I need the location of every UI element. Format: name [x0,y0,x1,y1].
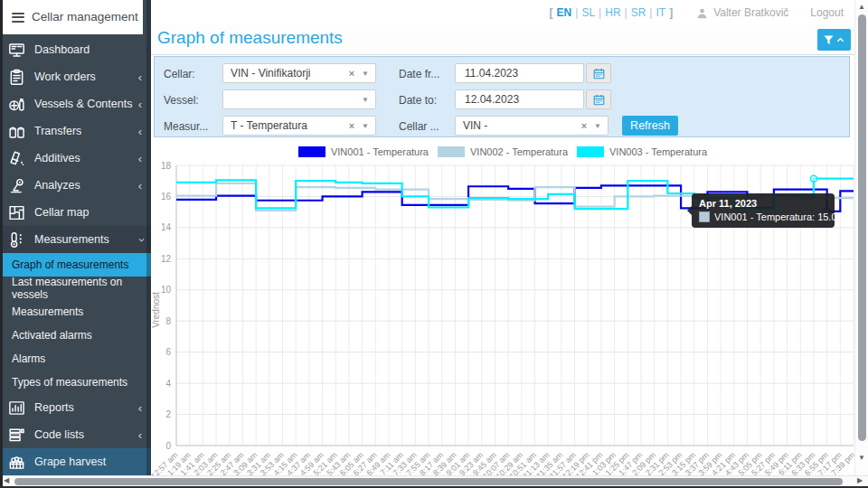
date-from-label: Date fr... [399,68,439,80]
sidebar-subitem-activated-alarms[interactable]: Activated alarms [0,324,151,347]
legend-item-vin003-temperatura[interactable]: VIN003 - Temperatura [577,146,707,157]
sidebar-item-label: Transfers [34,125,81,137]
legend-label: VIN002 - Temperatura [470,146,568,157]
date-from-calendar-button[interactable] [586,63,611,83]
legend-item-vin001-temperatura[interactable]: VIN001 - Temperatura [298,146,429,157]
scroll-right-icon[interactable]: ▶ [857,476,863,484]
sidebar-item-analyzes[interactable]: Analyzes‹ [0,172,151,199]
svg-text:Vrednost: Vrednost [151,292,161,328]
chevron-left-icon: ‹ [138,126,142,137]
language-link-it[interactable]: IT [656,6,665,19]
sidebar-header: Cellar management [0,0,143,34]
sidebar-item-code-lists[interactable]: Code lists‹ [0,421,151,448]
language-link-sl[interactable]: SL [581,6,595,19]
legend-item-vin002-temperatura[interactable]: VIN002 - Temperatura [438,146,568,157]
language-link-sr[interactable]: SR [631,6,646,19]
cellar-select[interactable]: VIN - Vinifikatorji × ▼ [222,63,376,83]
cellar-type-value: VIN - [463,119,581,132]
sidebar-item-cellar-map[interactable]: Cellar map [0,199,151,226]
clear-icon[interactable]: × [581,120,587,131]
measurement-select[interactable]: T - Temperatura × ▼ [222,116,376,136]
language-switcher: [EN|SL|HR|SR|IT] [550,6,674,19]
vessel-select[interactable]: ▼ [222,89,376,109]
language-separator: | [575,6,578,19]
user-box[interactable]: Valter Bratkovič [696,6,788,19]
vertical-scrollbar[interactable]: ▲ ▼ [854,0,868,475]
chevron-left-icon: ‹ [138,402,142,414]
refresh-button[interactable]: Refresh [622,116,678,136]
chevron-left-icon: ‹ [138,180,142,192]
sidebar-item-label: Vessels & Contents [34,98,132,110]
clear-icon[interactable]: × [349,68,354,79]
date-to-input[interactable] [455,89,584,109]
date-to-calendar-button[interactable] [586,89,611,109]
cellar-type-select[interactable]: VIN - × ▼ [455,116,609,136]
sidebar-item-additives[interactable]: Additives‹ [0,145,151,172]
date-from-input[interactable] [455,63,584,83]
svg-text:4: 4 [165,379,171,389]
sidebar-item-label: Dashboard [34,43,90,56]
user-name: Valter Bratkovič [713,6,788,19]
sidebar-subitem-measurements[interactable]: Measurements [0,300,151,324]
legend-swatch [438,146,465,157]
sidebar-item-work-orders[interactable]: Work orders‹ [0,63,151,90]
reports-icon [8,399,25,417]
cellar-type-label: Cellar ... [399,120,439,133]
sidebar-item-label: Additives [34,152,80,164]
language-link-hr[interactable]: HR [605,6,620,19]
calendar-icon [593,68,605,80]
logout-link[interactable]: Logout [810,6,844,19]
clear-icon[interactable]: × [349,120,354,131]
svg-text:14: 14 [161,222,172,232]
sidebar-item-vessels-contents[interactable]: Vessels & Contents‹ [0,90,151,117]
svg-text:10: 10 [161,285,172,295]
caret-down-icon[interactable]: ▼ [362,96,369,104]
language-separator: | [599,6,601,19]
horizontal-scrollbar-thumb[interactable] [14,478,843,485]
sidebar-item-label: Code lists [34,428,84,441]
svg-text:18: 18 [161,161,172,171]
chevron-left-icon: ‹ [138,71,142,83]
vessels-icon [8,96,25,113]
scroll-down-icon[interactable]: ▼ [855,454,868,462]
language-link-en[interactable]: EN [557,6,572,19]
grape-harvest-icon [8,454,25,471]
horizontal-scrollbar[interactable]: ◀ ▶ [0,475,868,486]
code-lists-icon [8,427,25,444]
filter-toggle-button[interactable] [817,29,851,51]
sidebar-subitem-types-of-measurements[interactable]: Types of measurements [0,371,151,394]
chevron-left-icon: ‹ [138,99,142,110]
scroll-up-icon[interactable]: ▲ [855,3,868,11]
sidebar-item-dashboard[interactable]: Dashboard [0,36,151,63]
page-title: Graph of measurements [157,28,343,48]
topbar: [EN|SL|HR|SR|IT] Valter Bratkovič Logout [151,0,854,25]
vertical-scrollbar-thumb[interactable] [858,14,866,441]
caret-down-icon[interactable]: ▼ [594,122,601,130]
sidebar-subitem-alarms[interactable]: Alarms [0,347,151,371]
sidebar-item-reports[interactable]: Reports‹ [0,394,151,421]
hamburger-menu-icon[interactable] [12,10,24,24]
scroll-left-icon[interactable]: ◀ [4,476,9,484]
caret-down-icon[interactable]: ▼ [362,70,369,78]
sidebar-item-transfers[interactable]: Transfers‹ [0,117,151,145]
sidebar-item-measurements[interactable]: Measurements‹ [0,226,151,253]
chevron-left-icon: ‹ [138,153,142,164]
cellar-map-icon [8,204,25,221]
measurement-value: T - Temperatura [231,119,349,132]
dashboard-icon [8,42,25,59]
sidebar-item-label: Cellar map [34,206,89,219]
caret-down-icon[interactable]: ▼ [362,122,369,130]
chevron-left-icon: ‹ [138,429,142,441]
filter-icon [824,35,834,45]
analyzes-icon [8,177,25,194]
sidebar-subitem-last-measurements-on-vessels[interactable]: Last measurements on vessels [0,277,151,300]
tooltip-title: Apr 11, 2023 [699,198,827,209]
transfers-icon [8,123,25,140]
main-content: Graph of measurements Cellar: VIN - Vini… [151,25,854,475]
sidebar-item-label: Work orders [34,70,96,83]
sidebar-subitem-graph-of-measurements[interactable]: Graph of measurements [0,253,151,277]
svg-text:12: 12 [161,254,172,264]
sidebar-item-grape-harvest[interactable]: Grape harvest [0,448,151,475]
language-separator: | [625,6,627,19]
work-orders-icon [8,69,25,86]
